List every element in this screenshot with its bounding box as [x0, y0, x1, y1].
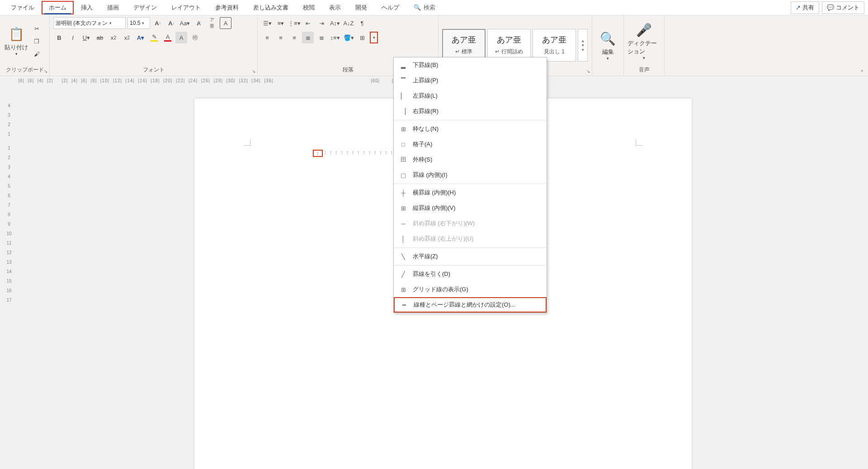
- border-menu-item[interactable]: ▢罫線 (内側)(I): [394, 167, 547, 183]
- ruler-v-mark: 13: [6, 260, 11, 265]
- search-icon: 🔍: [414, 4, 421, 11]
- decrease-indent-button[interactable]: ⇤: [302, 17, 314, 29]
- group-font: 游明朝 (本文のフォン▾ 10.5▾ A↑ A↓ Aa▾ A̷ ア亜 A B I…: [50, 15, 258, 76]
- enclose-char-button[interactable]: A: [220, 17, 231, 29]
- border-menu-item[interactable]: ⊞グリッド線の表示(G): [394, 282, 547, 297]
- strike-button[interactable]: ab: [94, 32, 106, 43]
- border-menu-item[interactable]: ▏左罫線(L): [394, 88, 547, 104]
- border-menu-item[interactable]: ⊞枠なし(N): [394, 121, 547, 137]
- align-left-button[interactable]: ≡: [261, 32, 273, 43]
- paste-button[interactable]: 📋 貼り付け ▾: [4, 21, 29, 62]
- format-painter-button[interactable]: 🖌: [31, 48, 42, 60]
- style-no-spacing[interactable]: あア亜 ↵ 行間詰め: [487, 29, 531, 62]
- collapse-ribbon-button[interactable]: ˄: [860, 69, 863, 76]
- ruler-v-mark: 7: [8, 203, 10, 208]
- shading-button[interactable]: 🪣▾: [343, 32, 354, 43]
- ruler-vertical[interactable]: 43211234567891011121314151617: [0, 85, 18, 469]
- text-direction-button[interactable]: A↕▾: [329, 17, 341, 29]
- group-voice: 🎤 ディクテーション ▾ 音声: [624, 15, 665, 76]
- style-heading1[interactable]: あア亜 見出し 1: [533, 29, 576, 62]
- copy-button[interactable]: ❐: [31, 35, 42, 47]
- border-menu-item[interactable]: ┼横罫線 (内側)(H): [394, 185, 547, 200]
- tab-file[interactable]: ファイル: [4, 1, 42, 14]
- grow-font-button[interactable]: A↑: [152, 17, 164, 29]
- align-right-button[interactable]: ≡: [288, 32, 300, 43]
- numbering-button[interactable]: ≡▾: [275, 17, 287, 29]
- border-item-icon: ─: [399, 219, 407, 227]
- tab-insert[interactable]: 挿入: [74, 1, 100, 14]
- show-marks-button[interactable]: ¶: [356, 17, 368, 29]
- border-menu-item[interactable]: ╱罫線を引く(D): [394, 266, 547, 282]
- search-icon: 🔍: [600, 31, 616, 46]
- border-menu-item[interactable]: ▂下罫線(B): [394, 57, 547, 73]
- eraser-icon: A̷: [197, 20, 201, 27]
- chevron-down-icon: ▾: [109, 21, 112, 25]
- styles-launcher[interactable]: ↘: [586, 69, 590, 74]
- cut-button[interactable]: ✂: [31, 23, 42, 34]
- ruler-v-mark: 9: [8, 222, 10, 227]
- ruler-v-mark: 2: [8, 155, 10, 160]
- distribute-button[interactable]: ≣: [316, 32, 327, 43]
- border-menu-item[interactable]: ▔上罫線(P): [394, 73, 547, 88]
- border-menu-item[interactable]: □格子(A): [394, 137, 547, 152]
- tab-view[interactable]: 表示: [322, 1, 348, 14]
- text-effects-button[interactable]: A▾: [135, 32, 146, 43]
- bold-button[interactable]: B: [53, 32, 65, 43]
- align-justify-button[interactable]: ≣: [302, 32, 314, 43]
- borders-dropdown[interactable]: ▾: [370, 32, 378, 43]
- font-size-combo[interactable]: 10.5▾: [127, 17, 150, 29]
- tab-review[interactable]: 校閲: [296, 1, 322, 14]
- font-launcher[interactable]: ↘: [252, 69, 255, 74]
- editing-button[interactable]: 🔍 編集 ▾: [596, 26, 620, 66]
- share-button[interactable]: ↗ 共有: [791, 1, 819, 14]
- border-menu-item[interactable]: ▕右罫線(R): [394, 104, 547, 119]
- tab-home[interactable]: ホーム: [42, 1, 74, 14]
- multilevel-button[interactable]: ⋮≡▾: [288, 17, 300, 29]
- italic-button[interactable]: I: [67, 32, 79, 43]
- tab-developer[interactable]: 開発: [348, 1, 374, 14]
- borders-button[interactable]: ⊞: [356, 32, 368, 43]
- border-menu-item[interactable]: ⊞縦罫線 (内側)(V): [394, 200, 547, 216]
- tab-draw[interactable]: 描画: [100, 1, 126, 14]
- shrink-font-button[interactable]: A↓: [165, 17, 177, 29]
- char-shading-button[interactable]: A: [175, 32, 187, 43]
- border-item-icon: ╱: [399, 270, 407, 278]
- superscript-button[interactable]: x2: [121, 32, 133, 43]
- clear-format-button[interactable]: A̷: [193, 17, 204, 29]
- phonetic-guide-button[interactable]: ア亜: [206, 17, 218, 29]
- enclose-number-button[interactable]: ㊕: [189, 32, 201, 43]
- tab-design[interactable]: デザイン: [126, 1, 164, 14]
- increase-indent-button[interactable]: ⇥: [316, 17, 327, 29]
- border-item-icon: ▢: [399, 171, 407, 179]
- border-item-label: 罫線 (内側)(I): [413, 171, 448, 179]
- border-menu-item[interactable]: ╲水平線(Z): [394, 249, 547, 264]
- subscript-button[interactable]: x2: [108, 32, 119, 43]
- tab-layout[interactable]: レイアウト: [164, 1, 208, 14]
- dictation-button[interactable]: 🎤 ディクテーション ▾: [627, 21, 660, 62]
- ruler-v-mark: 4: [8, 174, 10, 179]
- font-color-button[interactable]: A: [162, 32, 174, 43]
- chevron-down-icon: ▾: [15, 52, 18, 56]
- tab-references[interactable]: 参考資料: [208, 1, 246, 14]
- line-spacing-button[interactable]: ↕≡▾: [329, 32, 341, 43]
- bullets-button[interactable]: ☰▾: [261, 17, 273, 29]
- align-center-button[interactable]: ≡: [275, 32, 287, 43]
- style-heading1-label: 見出し 1: [544, 48, 565, 56]
- border-menu-item[interactable]: ━線種とページ罫線と網かけの設定(O)...: [394, 297, 547, 313]
- search-box[interactable]: 🔍 検索: [406, 1, 443, 14]
- style-no-spacing-label: ↵ 行間詰め: [495, 48, 523, 56]
- clipboard-launcher[interactable]: ↘: [44, 69, 47, 74]
- tab-help[interactable]: ヘルプ: [374, 1, 406, 14]
- comment-button[interactable]: 💬 コメント: [822, 1, 864, 14]
- border-menu-item[interactable]: 田外枠(S): [394, 152, 547, 167]
- style-normal[interactable]: あア亜 ↵ 標準: [442, 29, 486, 62]
- styles-more-button[interactable]: ▴▾▾: [578, 29, 588, 62]
- tab-mailings[interactable]: 差し込み文書: [246, 1, 296, 14]
- paste-label: 貼り付け: [5, 43, 28, 52]
- change-case-button[interactable]: Aa▾: [179, 17, 191, 29]
- underline-button[interactable]: U▾: [80, 32, 92, 43]
- highlight-button[interactable]: ✎: [148, 32, 160, 43]
- font-name-combo[interactable]: 游明朝 (本文のフォン▾: [53, 17, 126, 29]
- sort-button[interactable]: A↓Z: [343, 17, 354, 29]
- border-item-label: 上罫線(P): [413, 76, 438, 85]
